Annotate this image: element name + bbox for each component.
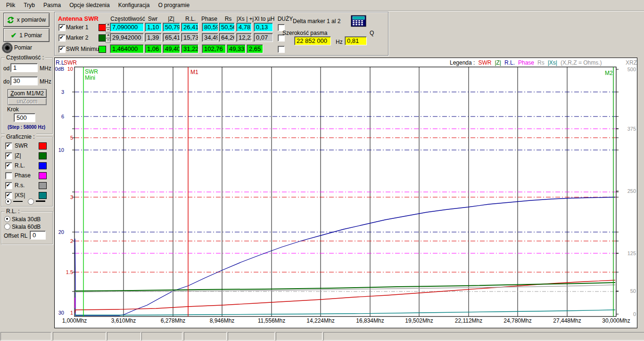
trace-z-color-swatch xyxy=(39,152,47,159)
to-input[interactable]: 30 xyxy=(10,76,38,85)
legend-item-rs: Rs xyxy=(537,59,545,66)
menu-item-o-programie[interactable]: O programie xyxy=(154,0,194,10)
marker-2-value-4[interactable]: 34,49 xyxy=(202,33,218,42)
graph-group: Graficznie : SWR|Z|R.L.PhaseR.s.|XS| xyxy=(1,137,53,207)
multi-measure-label: x pomiarów xyxy=(17,17,46,23)
rl-axis-tick-label: 20 xyxy=(55,229,64,235)
swr-minimu-value-1[interactable]: 1,06 xyxy=(145,44,162,53)
measure-knob-icon[interactable] xyxy=(2,42,13,53)
single-measure-button[interactable]: ✔ 1 Pomiar xyxy=(3,28,50,42)
offset-rl-input[interactable]: 0 xyxy=(30,231,46,240)
scale-30db-radio[interactable] xyxy=(4,216,10,222)
marker-1-value-4[interactable]: 80,59 xyxy=(202,23,218,32)
menu-item-plik[interactable]: Plik xyxy=(2,0,19,10)
marker-2-value-1[interactable]: 1,39 xyxy=(145,33,162,42)
trace-rs-checkbox[interactable] xyxy=(5,182,12,189)
q-label: Q xyxy=(370,30,374,36)
menu-item-opcje-ledzenia[interactable]: Opcje śledzenia xyxy=(65,0,114,10)
legend: Legenda : SWR|Z|R.L.PhaseRs|Xs| (X,R,Z =… xyxy=(450,59,602,66)
trace-swr-checkbox[interactable] xyxy=(5,142,12,150)
marker-2-value-6[interactable]: 12,22 xyxy=(236,33,252,42)
rl-axis-tick-label: 0dB xyxy=(55,66,64,72)
marker-2-value-2[interactable]: 65,41 xyxy=(163,33,180,42)
status-cell-3 xyxy=(141,332,182,341)
bandwidth-field[interactable]: 22 852 000 xyxy=(294,36,331,45)
status-cell-1 xyxy=(53,332,106,341)
column-header: DUŻY xyxy=(278,16,293,22)
marker-panel: Antenna SWR CzęstotliwośćSwr|Z|R.L.Phase… xyxy=(54,12,388,56)
graph-group-title: Graficznie : xyxy=(5,133,36,140)
swr-minimu-duzy-checkbox[interactable] xyxy=(278,46,285,53)
marker-1-checkbox[interactable] xyxy=(58,24,66,31)
scale-60db-radio[interactable] xyxy=(4,224,10,230)
legend-item-xs: |Xs| xyxy=(548,59,557,66)
multi-measure-button[interactable]: x pomiarów xyxy=(3,13,50,27)
marker-2-value-5[interactable]: 64,26 xyxy=(219,33,235,42)
status-cell-7 xyxy=(323,332,644,341)
rl-scale-group-title: R.L. : xyxy=(5,208,21,215)
marker-1-value-6[interactable]: 4,78 xyxy=(236,23,252,32)
marker-1-color-swatch xyxy=(99,24,106,31)
swr-minimu-checkbox[interactable] xyxy=(58,46,66,53)
column-header: |Z| xyxy=(168,16,174,22)
zoom-m1-m2-button[interactable]: Zoom M1/M2 xyxy=(8,89,47,98)
swr-minimu-value-3[interactable]: 31,22 xyxy=(181,44,198,53)
plot-svg[interactable] xyxy=(55,58,638,329)
trace-xs-checkbox[interactable] xyxy=(5,192,12,199)
trace-xs-label: |XS| xyxy=(15,192,25,199)
trace-phase-color-swatch xyxy=(39,172,47,179)
frequency-group: Częstotliwość : od 1 MHz do 30 MHz Zoom … xyxy=(1,58,53,134)
swr-minimu-value-2[interactable]: 49,40 xyxy=(163,44,180,53)
marker-2-value-7[interactable]: 0,07 xyxy=(254,33,273,42)
marker-1-value-5[interactable]: 50,56 xyxy=(219,23,235,32)
marker-2-value-3[interactable]: 15,73 xyxy=(181,33,198,42)
xs-curve xyxy=(75,310,615,315)
q-field[interactable]: 0,81 xyxy=(345,36,367,45)
marker-2-checkbox[interactable] xyxy=(58,34,66,42)
trace-rl-checkbox[interactable] xyxy=(5,162,12,169)
panel-title: Antenna SWR xyxy=(58,15,99,22)
check-icon: ✔ xyxy=(11,31,17,40)
calculator-icon[interactable] xyxy=(351,15,366,27)
menu-item-konfiguracja[interactable]: Konfiguracja xyxy=(114,0,154,10)
marker-1-value-1[interactable]: 1,10 xyxy=(145,23,162,32)
marker-2-label: Marker 2 xyxy=(66,34,88,41)
column-header: Phase xyxy=(201,16,217,22)
trace-rs-color-swatch xyxy=(39,182,47,189)
swr-minimu-value-4[interactable]: 102,76 xyxy=(202,44,226,53)
menu-bar: PlikTrybPasmaOpcje śledzeniaKonfiguracja… xyxy=(0,0,644,11)
marker-1-value-3[interactable]: 26,41 xyxy=(181,23,198,32)
thin-line-radio[interactable] xyxy=(5,199,11,205)
x-axis-tick-label: 11,556Mhz xyxy=(258,317,285,324)
bandwidth-unit: Hz xyxy=(336,39,343,45)
marker-1-label: Marker 1 xyxy=(66,24,88,31)
column-header: |Xs | +j xyxy=(237,16,254,22)
unzoom-button[interactable]: unZoom xyxy=(8,98,47,105)
scale-60db-label: Skala 60dB xyxy=(12,224,41,230)
xrz-axis-tick-label: 500 xyxy=(618,67,636,72)
marker-2-value-0[interactable]: 29,942000 xyxy=(110,33,144,42)
marker-1-value-7[interactable]: 0,13 xyxy=(254,23,273,32)
swr-minimu-value-6[interactable]: 2,65 xyxy=(247,44,263,53)
status-bar xyxy=(0,331,644,341)
marker-1-value-2[interactable]: 50,79 xyxy=(163,23,180,32)
x-axis-tick-label: 27,448Mhz xyxy=(553,317,581,324)
frequency-group-title: Częstotliwość : xyxy=(5,54,45,61)
trace-z-checkbox[interactable] xyxy=(5,152,12,159)
menu-item-pasma[interactable]: Pasma xyxy=(39,0,65,10)
from-input[interactable]: 1 xyxy=(10,63,38,72)
trace-rs-label: R.s. xyxy=(15,182,25,189)
xrz-axis-tick-label: 0 xyxy=(618,311,636,317)
column-header: R.L. xyxy=(185,16,196,22)
x-axis-tick-label: 24,780Mhz xyxy=(504,317,531,324)
step-input[interactable]: 500 xyxy=(14,113,35,122)
thick-line-radio[interactable] xyxy=(28,199,34,205)
swr-axis-tick-label: 1.5 xyxy=(65,269,73,275)
swr-minimu-value-5[interactable]: 49,33 xyxy=(227,44,246,53)
menu-item-tryb[interactable]: Tryb xyxy=(19,0,39,10)
swr-minimu-value-0[interactable]: 1,464000 xyxy=(110,44,144,53)
marker-1-value-0[interactable]: 7,090000 xyxy=(110,23,144,32)
trace-phase-checkbox[interactable] xyxy=(5,172,12,179)
trace-z-label: |Z| xyxy=(15,152,21,159)
swr-axis-title: SWR xyxy=(64,59,77,66)
